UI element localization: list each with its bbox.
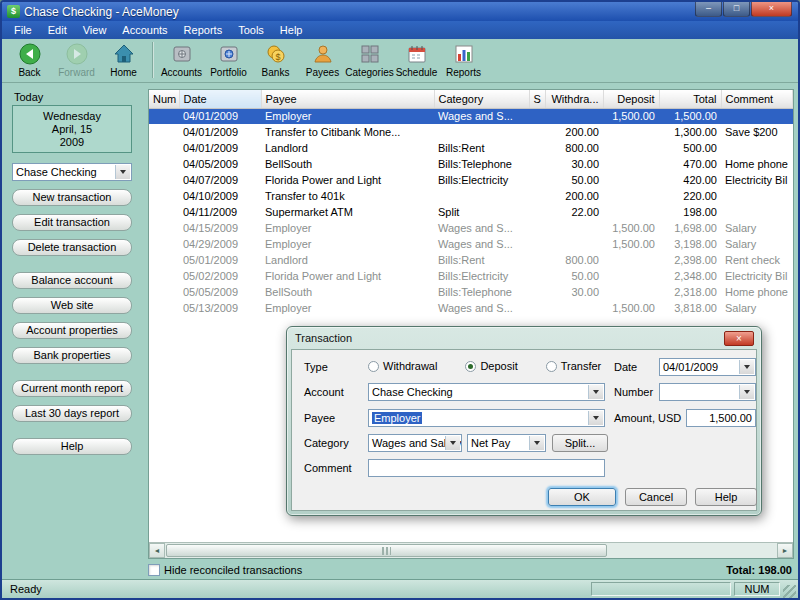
app-icon: $ [7,5,20,18]
home-button[interactable]: Home [100,40,147,78]
category-combobox[interactable]: Wages and Salary [368,434,462,452]
cell-num [149,108,179,124]
cell-deposit: 1,500.00 [603,108,659,124]
hide-reconciled-label: Hide reconciled transactions [164,564,302,576]
sidebar-button[interactable]: Edit transaction [12,214,132,231]
table-row[interactable]: 04/29/2009 Employer Wages and S... 1,500… [149,236,793,252]
maximize-button[interactable]: □ [723,2,750,17]
menu-item[interactable]: Help [272,22,311,38]
column-header-payee[interactable]: Payee [261,90,434,108]
table-row[interactable]: 04/05/2009 BellSouth Bills:Telephone 30.… [149,156,793,172]
date-combobox[interactable]: 04/01/2009 [659,358,756,376]
table-row[interactable]: 04/07/2009 Florida Power and Light Bills… [149,172,793,188]
column-header-status[interactable]: S [529,90,545,108]
cell-status [529,124,545,140]
column-header-date[interactable]: Date [179,90,261,108]
sidebar-button[interactable]: Delete transaction [12,239,132,256]
window-title: Chase Checking - AceMoney [24,5,179,19]
amount-field[interactable] [686,409,756,427]
cell-withdrawal: 50.00 [545,268,603,284]
payees-button[interactable]: Payees [299,40,346,78]
sidebar-button[interactable]: Account properties [12,322,132,339]
status-text: Ready [10,583,588,595]
table-row[interactable]: 04/11/2009 Supermarket ATM Split 22.00 1… [149,204,793,220]
cell-category: Bills:Electricity [434,268,529,284]
hide-reconciled-checkbox[interactable] [148,564,160,576]
sidebar-button[interactable]: Help [12,438,132,455]
table-row[interactable]: 05/01/2009 Landlord Bills:Rent 800.00 2,… [149,252,793,268]
dialog-body: Type Withdrawal Deposit Transfer [291,349,757,511]
column-header-deposit[interactable]: Deposit [603,90,659,108]
column-header-num[interactable]: Num [149,90,179,108]
type-radio[interactable]: Deposit [465,360,517,372]
cancel-button[interactable]: Cancel [625,488,687,506]
table-row[interactable]: 04/10/2009 Transfer to 401k 200.00 220.0… [149,188,793,204]
menu-item[interactable]: Tools [230,22,272,38]
sidebar-button[interactable]: Bank properties [12,347,132,364]
cell-date: 04/07/2009 [179,172,261,188]
cell-num [149,172,179,188]
comment-field[interactable] [368,459,605,477]
column-header-total[interactable]: Total [659,90,721,108]
schedule-button[interactable]: Schedule [393,40,440,78]
close-button[interactable]: × [751,2,792,17]
scrollbar-track[interactable] [165,543,777,558]
table-row[interactable]: 04/01/2009 Landlord Bills:Rent 800.00 50… [149,140,793,156]
menu-item[interactable]: Reports [176,22,231,38]
banks-button[interactable]: $ Banks [252,40,299,78]
app-window: $ Chase Checking - AceMoney – □ × File E… [0,0,800,600]
scrollbar-thumb[interactable] [166,544,607,557]
forward-button[interactable]: Forward [53,40,100,78]
type-label: Type [304,361,328,373]
cell-category: Wages and S... [434,300,529,316]
number-combobox[interactable] [659,383,756,401]
menu-item[interactable]: Accounts [114,22,175,38]
menu-item[interactable]: View [75,22,115,38]
type-radio[interactable]: Withdrawal [368,360,437,372]
column-header-withdrawal[interactable]: Withdra... [545,90,603,108]
help-button[interactable]: Help [695,488,757,506]
today-label: Today [14,91,132,103]
sidebar-button[interactable]: Web site [12,297,132,314]
cell-payee: Landlord [261,140,434,156]
accounts-button[interactable]: Accounts [158,40,205,78]
table-row[interactable]: 04/15/2009 Employer Wages and S... 1,500… [149,220,793,236]
account-combobox[interactable]: Chase Checking [368,383,605,401]
cell-total: 220.00 [659,188,721,204]
minimize-button[interactable]: – [695,2,722,17]
menu-item[interactable]: File [6,22,40,38]
reports-button[interactable]: Reports [440,40,487,78]
sidebar-button[interactable]: Current month report [12,380,132,397]
scroll-right-icon[interactable]: ► [777,543,793,558]
column-header-category[interactable]: Category [434,90,529,108]
split-button[interactable]: Split... [552,434,608,452]
toolbar-label: Home [110,67,137,78]
dialog-close-button[interactable]: × [724,331,754,346]
table-row[interactable]: 04/01/2009 Employer Wages and S... 1,500… [149,108,793,124]
ok-button[interactable]: OK [548,488,616,506]
table-row[interactable]: 05/02/2009 Florida Power and Light Bills… [149,268,793,284]
horizontal-scrollbar[interactable]: ◄ ► [149,542,793,558]
account-selector[interactable]: Chase Checking [12,163,132,181]
table-row[interactable]: 05/05/2009 BellSouth Bills:Telephone 30.… [149,284,793,300]
scroll-left-icon[interactable]: ◄ [149,543,165,558]
cell-comment: Salary [721,300,793,316]
menu-item[interactable]: Edit [40,22,75,38]
sidebar-button[interactable]: Last 30 days report [12,405,132,422]
cell-payee: Transfer to Citibank Mone... [261,124,434,140]
window-controls: – □ × [695,2,792,17]
cell-deposit [603,268,659,284]
back-button[interactable]: Back [6,40,53,78]
table-row[interactable]: 05/13/2009 Employer Wages and S... 1,500… [149,300,793,316]
table-row[interactable]: 04/01/2009 Transfer to Citibank Mone... … [149,124,793,140]
portfolio-button[interactable]: Portfolio [205,40,252,78]
sidebar-button[interactable]: New transaction [12,189,132,206]
subcategory-combobox[interactable]: Net Pay [467,434,546,452]
resize-grip[interactable] [783,585,796,598]
sidebar-button[interactable]: Balance account [12,272,132,289]
cell-payee: Employer [261,220,434,236]
column-header-comment[interactable]: Comment [721,90,793,108]
categories-button[interactable]: Categories [346,40,393,78]
payee-combobox[interactable]: Employer [368,409,605,427]
type-radio[interactable]: Transfer [546,360,602,372]
